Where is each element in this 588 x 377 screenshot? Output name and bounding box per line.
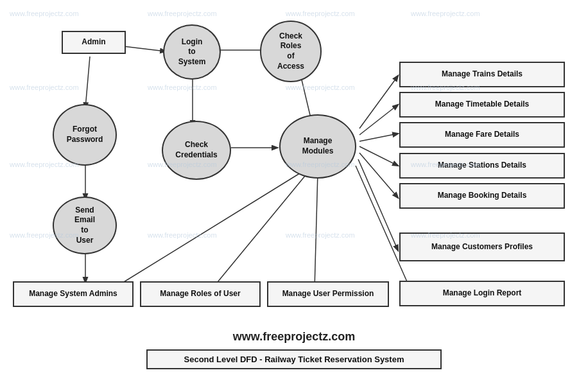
admin-node: Admin — [62, 31, 126, 54]
svg-line-18 — [315, 172, 318, 289]
manage-system-admins-node: Manage System Admins — [13, 281, 134, 307]
watermark-mc: www.freeprojectz.com — [286, 83, 355, 91]
send-email-node: Send Email to User — [53, 197, 117, 254]
manage-timetable-node: Manage Timetable Details — [399, 92, 565, 118]
manage-fare-node: Manage Fare Details — [399, 122, 565, 148]
svg-line-16 — [112, 172, 302, 289]
watermark-tm: www.freeprojectz.com — [148, 10, 217, 17]
manage-modules-node: Manage Modules — [279, 114, 356, 179]
svg-line-9 — [359, 76, 398, 128]
manage-customers-node: Manage Customers Profiles — [399, 232, 565, 261]
manage-trains-node: Manage Trains Details — [399, 62, 565, 87]
footer-subtitle: Second Level DFD - Railway Ticket Reserv… — [146, 349, 442, 369]
watermark-tl: www.freeprojectz.com — [10, 10, 79, 17]
manage-user-permission-node: Manage User Permission — [267, 281, 389, 307]
manage-booking-node: Manage Booking Details — [399, 183, 565, 209]
footer-website: www.freeprojectz.com — [166, 330, 422, 344]
svg-line-10 — [359, 105, 398, 135]
watermark-ml: www.freeprojectz.com — [10, 83, 79, 91]
watermark-bc: www.freeprojectz.com — [286, 231, 355, 239]
login-to-system-node: Login to System — [163, 24, 221, 80]
watermark-mm: www.freeprojectz.com — [148, 83, 217, 91]
forgot-password-node: Forgot Password — [53, 104, 117, 166]
check-roles-node: Check Roles of Access — [260, 21, 322, 82]
manage-roles-node: Manage Roles of User — [140, 281, 261, 307]
watermark-tr: www.freeprojectz.com — [411, 10, 480, 17]
svg-line-2 — [85, 57, 90, 108]
manage-login-report-node: Manage Login Report — [399, 281, 565, 306]
svg-line-11 — [359, 134, 398, 141]
watermark-tc: www.freeprojectz.com — [286, 10, 355, 17]
manage-stations-node: Manage Stations Details — [399, 153, 565, 179]
svg-line-14 — [358, 159, 398, 250]
svg-line-13 — [359, 153, 398, 198]
svg-line-17 — [212, 172, 308, 289]
check-credentials-node: Check Credentials — [162, 121, 231, 180]
watermark-bm: www.freeprojectz.com — [148, 231, 217, 239]
svg-line-12 — [359, 146, 398, 166]
